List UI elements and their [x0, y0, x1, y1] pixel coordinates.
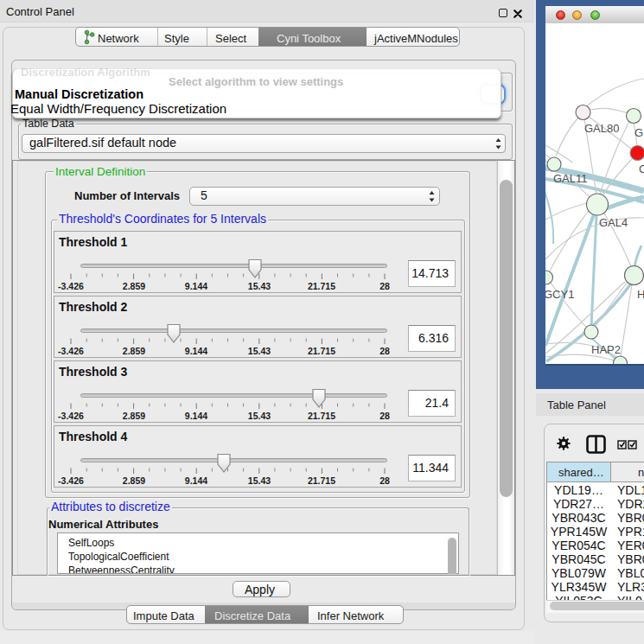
svg-text:G: G: [634, 126, 643, 139]
svg-text:GAL4: GAL4: [599, 216, 628, 229]
svg-text:HAP2: HAP2: [591, 343, 621, 356]
svg-text:GCY1: GCY1: [545, 288, 574, 301]
svg-text:GAL11: GAL11: [553, 172, 588, 185]
svg-text:H: H: [637, 288, 644, 301]
svg-text:C: C: [639, 163, 644, 175]
svg-text:GAL80: GAL80: [584, 122, 619, 135]
